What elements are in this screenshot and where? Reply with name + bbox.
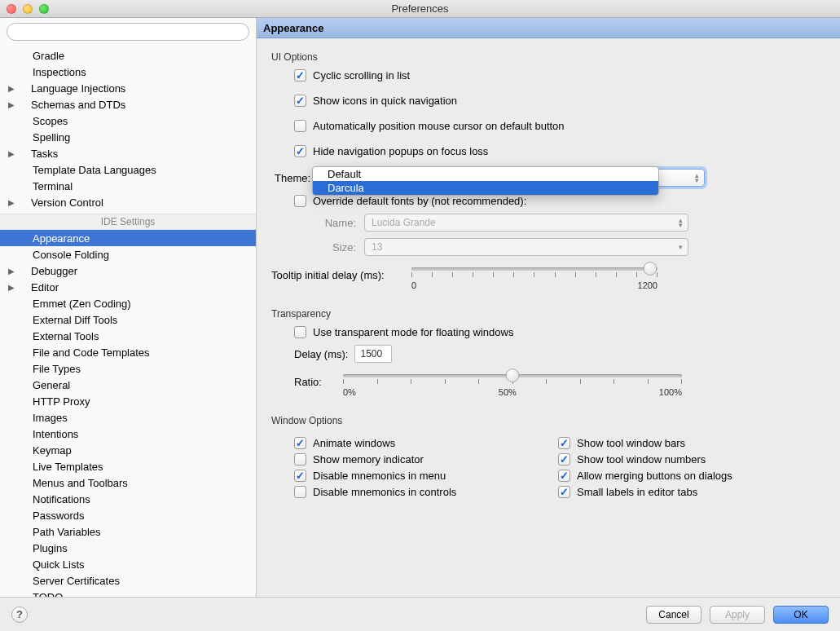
ratio-slider[interactable] bbox=[343, 374, 682, 377]
tree-item[interactable]: Emmet (Zen Coding) bbox=[0, 295, 256, 311]
disclosure-triangle-icon[interactable]: ▶ bbox=[5, 267, 18, 276]
label-override-fonts: Override default fonts by (not recommend… bbox=[313, 195, 526, 207]
checkbox-mnemonics_controls[interactable] bbox=[294, 486, 306, 498]
tree-item[interactable]: Scopes bbox=[0, 113, 256, 129]
settings-panel: Appearance UI Options Cyclic scrolling i… bbox=[257, 18, 840, 597]
tree-item[interactable]: ▶Schemas and DTDs bbox=[0, 96, 256, 113]
checkbox-animate[interactable] bbox=[294, 437, 306, 449]
delay-input[interactable]: 1500 bbox=[354, 345, 392, 363]
checkbox-memory[interactable] bbox=[294, 453, 306, 466]
section-ui-options: UI Options bbox=[271, 51, 822, 63]
tree-item[interactable]: Gradle bbox=[0, 47, 256, 64]
checkbox-auto-position[interactable] bbox=[294, 120, 306, 132]
tooltip-delay-slider[interactable] bbox=[411, 267, 657, 271]
checkbox-hide-popups[interactable] bbox=[294, 145, 306, 157]
tree-item-label: Debugger bbox=[31, 265, 77, 277]
tree-item-label: General bbox=[33, 379, 70, 391]
tree-item-label: Schemas and DTDs bbox=[31, 99, 125, 111]
tree-item[interactable]: External Tools bbox=[0, 328, 256, 344]
label-memory: Show memory indicator bbox=[313, 453, 424, 466]
tree-item[interactable]: Appearance bbox=[0, 230, 256, 246]
ratio-min: 0% bbox=[343, 387, 356, 397]
slider-knob[interactable] bbox=[506, 368, 520, 382]
label-tool_numbers: Show tool window numbers bbox=[577, 453, 706, 466]
tree-item[interactable]: Menus and Toolbars bbox=[0, 474, 256, 491]
tree-item[interactable]: ▶Language Injections bbox=[0, 80, 256, 96]
checkbox-mnemonics_menu[interactable] bbox=[294, 470, 306, 482]
disclosure-triangle-icon[interactable]: ▶ bbox=[5, 283, 18, 292]
apply-button[interactable]: Apply bbox=[710, 606, 765, 624]
tooltip-delay-label: Tooltip initial delay (ms): bbox=[271, 267, 411, 281]
tree-item[interactable]: Keymap bbox=[0, 442, 256, 458]
tree-item[interactable]: External Diff Tools bbox=[0, 311, 256, 328]
checkbox-transparent-mode[interactable] bbox=[294, 326, 306, 338]
ide-settings-header: IDE Settings bbox=[0, 214, 256, 230]
checkbox-merge_dialogs[interactable] bbox=[558, 470, 570, 482]
tree-item[interactable]: Server Certificates bbox=[0, 572, 256, 589]
ratio-label: Ratio: bbox=[294, 374, 343, 388]
tree-item[interactable]: Template Data Languages bbox=[0, 161, 256, 178]
label-tool_bars: Show tool window bars bbox=[577, 437, 685, 449]
tree-item-label: Version Control bbox=[31, 196, 103, 209]
tree-item[interactable]: Console Folding bbox=[0, 246, 256, 263]
disclosure-triangle-icon[interactable]: ▶ bbox=[5, 100, 18, 109]
tree-item[interactable]: ▶Editor bbox=[0, 279, 256, 295]
checkbox-tool_numbers[interactable] bbox=[558, 453, 570, 466]
tree-item[interactable]: TODO bbox=[0, 589, 256, 597]
chevron-updown-icon: ▴▾ bbox=[679, 218, 683, 227]
tree-item[interactable]: File Types bbox=[0, 360, 256, 377]
tree-item[interactable]: Path Variables bbox=[0, 523, 256, 540]
help-button[interactable]: ? bbox=[11, 607, 28, 623]
cancel-button[interactable]: Cancel bbox=[646, 606, 701, 624]
checkbox-show-icons[interactable] bbox=[294, 95, 306, 107]
tree-item[interactable]: Images bbox=[0, 409, 256, 426]
close-icon[interactable] bbox=[7, 4, 16, 14]
tree-item-label: Language Injections bbox=[31, 82, 125, 95]
theme-option-darcula[interactable]: Darcula bbox=[313, 181, 658, 195]
ok-button[interactable]: OK bbox=[773, 606, 829, 624]
slider-knob[interactable] bbox=[643, 262, 657, 276]
zoom-icon[interactable] bbox=[39, 4, 49, 14]
tree-item[interactable]: Intentions bbox=[0, 426, 256, 442]
tree-item[interactable]: Passwords bbox=[0, 507, 256, 523]
tree-item-label: File and Code Templates bbox=[33, 346, 150, 359]
tree-item[interactable]: ▶Tasks bbox=[0, 145, 256, 161]
tree-item[interactable]: Plugins bbox=[0, 540, 256, 556]
theme-dropdown[interactable]: Default Darcula bbox=[312, 166, 659, 196]
tree-item-label: Editor bbox=[31, 281, 59, 293]
theme-option-default[interactable]: Default bbox=[313, 167, 658, 181]
tree-item[interactable]: HTTP Proxy bbox=[0, 393, 256, 409]
tree-item-label: Path Variables bbox=[33, 526, 101, 538]
font-size-select[interactable]: 13 ▾ bbox=[364, 238, 688, 256]
search-input[interactable] bbox=[7, 23, 249, 41]
checkbox-cyclic-scrolling[interactable] bbox=[294, 69, 306, 82]
checkbox-tool_bars[interactable] bbox=[558, 437, 570, 449]
font-name-select[interactable]: Lucida Grande ▴▾ bbox=[364, 214, 688, 232]
tree-item[interactable]: Notifications bbox=[0, 491, 256, 507]
theme-label: Theme: bbox=[275, 172, 317, 184]
minimize-icon[interactable] bbox=[23, 4, 33, 14]
label-auto-position: Automatically position mouse cursor on d… bbox=[313, 120, 565, 132]
label-cyclic-scrolling: Cyclic scrolling in list bbox=[313, 69, 410, 82]
disclosure-triangle-icon[interactable]: ▶ bbox=[5, 84, 18, 93]
label-small_labels: Small labels in editor tabs bbox=[577, 486, 697, 498]
tooltip-max: 1200 bbox=[638, 280, 657, 290]
tree-item[interactable]: Spelling bbox=[0, 129, 256, 145]
tree-item[interactable]: ▶Debugger bbox=[0, 263, 256, 279]
tree-item-label: Emmet (Zen Coding) bbox=[33, 298, 131, 310]
tree-item[interactable]: ▶Version Control bbox=[0, 194, 256, 210]
settings-tree[interactable]: GradleInspections▶Language Injections▶Sc… bbox=[0, 46, 256, 597]
tree-item[interactable]: General bbox=[0, 377, 256, 393]
checkbox-override-fonts[interactable] bbox=[294, 195, 306, 207]
tree-item[interactable]: File and Code Templates bbox=[0, 344, 256, 360]
tree-item-label: Spelling bbox=[33, 131, 70, 143]
disclosure-triangle-icon[interactable]: ▶ bbox=[5, 198, 18, 207]
tree-item[interactable]: Live Templates bbox=[0, 458, 256, 474]
checkbox-small_labels[interactable] bbox=[558, 486, 570, 498]
disclosure-triangle-icon[interactable]: ▶ bbox=[5, 149, 18, 158]
tree-item[interactable]: Terminal bbox=[0, 178, 256, 194]
label-show-icons: Show icons in quick navigation bbox=[313, 95, 457, 107]
tree-item[interactable]: Quick Lists bbox=[0, 556, 256, 572]
tree-item[interactable]: Inspections bbox=[0, 64, 256, 80]
label-transparent-mode: Use transparent mode for floating window… bbox=[313, 326, 513, 338]
